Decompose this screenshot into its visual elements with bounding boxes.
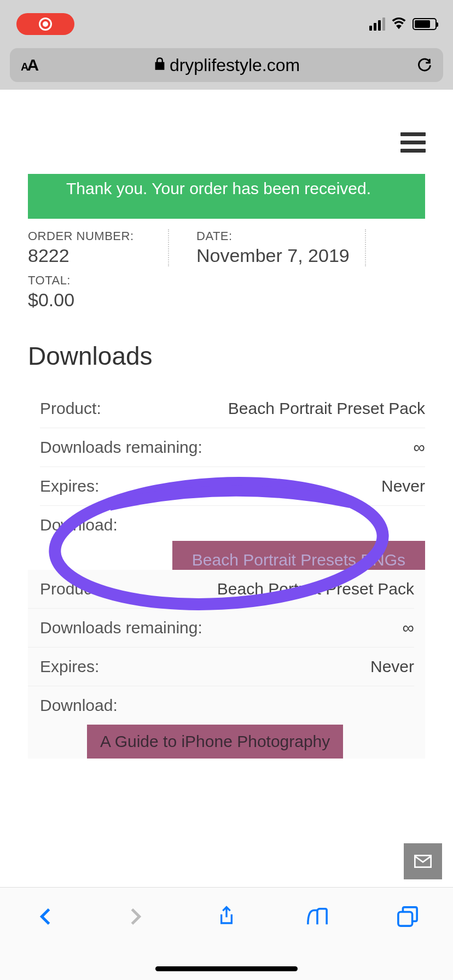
download-item: Product: Beach Portrait Preset Pack Down… <box>40 389 425 589</box>
hamburger-menu-icon[interactable] <box>400 132 426 153</box>
remaining-value: ∞ <box>414 438 425 457</box>
svg-rect-0 <box>156 63 164 69</box>
date-label: DATE: <box>196 229 366 243</box>
product-label: Product: <box>40 580 101 598</box>
share-button[interactable] <box>213 903 240 930</box>
product-value: Beach Portrait Preset Pack <box>217 580 414 598</box>
download-label: Download: <box>40 696 118 715</box>
back-button[interactable] <box>32 903 59 930</box>
remaining-label: Downloads remaining: <box>40 619 202 637</box>
tabs-button[interactable] <box>394 903 421 930</box>
lock-icon <box>154 57 165 73</box>
success-banner: Thank you. Your order has been received. <box>28 174 425 219</box>
home-indicator[interactable] <box>155 966 298 971</box>
cellular-signal-icon <box>369 18 385 31</box>
text-size-icon[interactable]: AA <box>21 56 37 74</box>
status-bar <box>0 0 453 48</box>
battery-icon <box>413 18 437 30</box>
download-item: Product: Beach Portrait Preset Pack Down… <box>28 570 425 759</box>
url-bar[interactable]: AA dryplifestyle.com <box>10 48 443 82</box>
expires-label: Expires: <box>40 477 99 495</box>
url-text: dryplifestyle.com <box>170 55 300 75</box>
forward-button[interactable] <box>122 903 149 930</box>
remaining-label: Downloads remaining: <box>40 438 202 457</box>
downloads-heading: Downloads <box>28 341 153 371</box>
svg-rect-4 <box>398 912 413 926</box>
remaining-value: ∞ <box>403 619 414 637</box>
status-icons <box>369 16 437 32</box>
expires-value: Never <box>381 477 425 495</box>
product-label: Product: <box>40 399 101 418</box>
expires-label: Expires: <box>40 657 99 676</box>
bookmarks-button[interactable] <box>304 903 331 930</box>
browser-chrome: AA dryplifestyle.com <box>0 48 453 90</box>
total-label: TOTAL: <box>28 273 425 288</box>
screen-record-indicator[interactable] <box>16 13 74 35</box>
wifi-icon <box>391 16 407 32</box>
total-value: $0.00 <box>28 289 425 311</box>
order-number-value: 8222 <box>28 245 169 266</box>
expires-value: Never <box>370 657 414 676</box>
refresh-icon[interactable] <box>417 56 432 74</box>
page-content: Thank you. Your order has been received.… <box>0 90 453 887</box>
date-value: November 7, 2019 <box>196 245 366 266</box>
download-label: Download: <box>40 516 118 534</box>
order-number-label: ORDER NUMBER: <box>28 229 169 243</box>
mail-widget[interactable] <box>404 843 442 879</box>
browser-bottom-nav <box>0 887 453 980</box>
download-button[interactable]: A Guide to iPhone Photography <box>87 725 343 759</box>
product-value: Beach Portrait Preset Pack <box>228 399 425 418</box>
order-details: ORDER NUMBER: 8222 DATE: November 7, 201… <box>28 226 425 311</box>
